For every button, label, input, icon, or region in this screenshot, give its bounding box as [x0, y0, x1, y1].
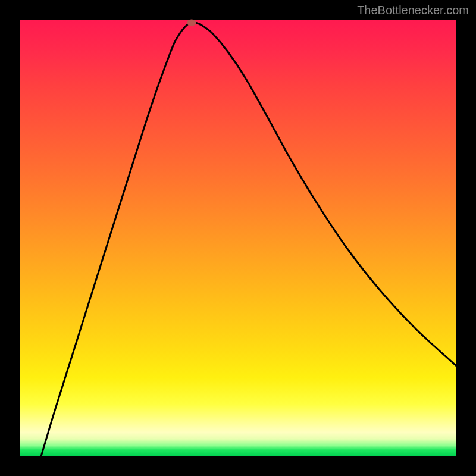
optimum-marker [187, 20, 196, 26]
watermark-text: TheBottlenecker.com [357, 4, 469, 17]
curve-svg [20, 20, 456, 456]
plot-area [20, 20, 456, 456]
bottleneck-curve [41, 23, 456, 456]
